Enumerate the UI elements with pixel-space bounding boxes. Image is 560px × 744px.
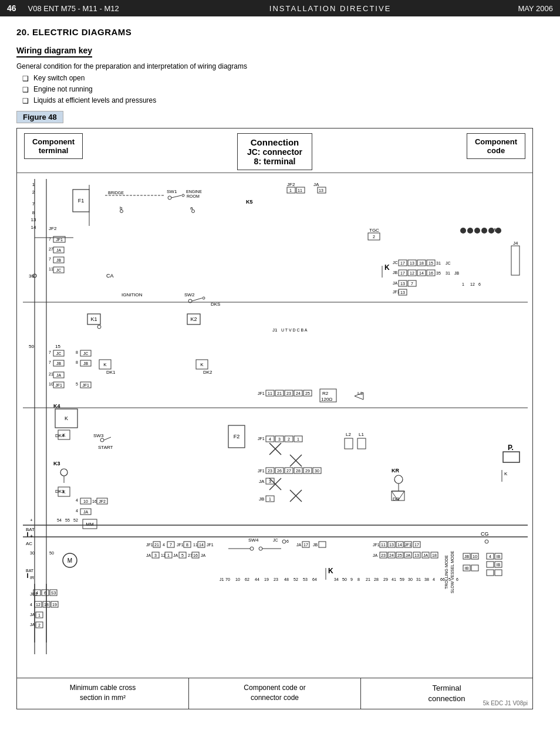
svg-text:8: 8 — [76, 360, 78, 364]
section-title: 20. ELECTRIC DIAGRAMS — [16, 27, 544, 37]
figure-label: Figure 48 — [16, 111, 63, 123]
svg-text:34: 34 — [334, 577, 339, 581]
svg-text:SW3: SW3 — [93, 433, 104, 438]
svg-text:JC: JC — [56, 351, 62, 356]
svg-text:14: 14 — [199, 543, 204, 547]
svg-text:JB: JB — [393, 270, 398, 275]
svg-text:2: 2 — [32, 190, 35, 195]
svg-text:19: 19 — [52, 603, 57, 607]
svg-text:BRIDGE: BRIDGE — [108, 191, 124, 195]
bullet-item-1: Key switch open — [22, 74, 544, 83]
svg-text:14: 14 — [31, 225, 36, 230]
legend-bottom-row: Minimum cable cross section in mm² Compo… — [17, 678, 532, 709]
svg-text:1: 1 — [38, 613, 41, 617]
svg-text:14: 14 — [397, 543, 402, 547]
svg-text:8: 8 — [357, 577, 360, 581]
doc-id: V08 ENT M75 - M11 - M12 — [28, 4, 119, 13]
svg-text:DK2: DK2 — [203, 370, 212, 375]
svg-text:JF1: JF1 — [56, 238, 63, 242]
diagram-svg-area: 1 2 7 8 13 14 JF2 F1 BRIDGE SW1 — [17, 173, 532, 678]
svg-text:K5: K5 — [246, 199, 253, 205]
svg-text:BAT: BAT — [26, 527, 35, 532]
svg-text:7: 7 — [170, 543, 172, 547]
legend-cell-component-code: Component code or connector code — [189, 678, 361, 709]
svg-text:12: 12 — [36, 603, 41, 607]
svg-text:JA: JA — [146, 553, 151, 557]
svg-text:1: 1 — [32, 182, 35, 187]
svg-text:120Ω: 120Ω — [321, 397, 332, 402]
svg-text:K: K — [200, 362, 204, 367]
svg-text:24: 24 — [389, 553, 394, 557]
legend-cell-cable-cross: Minimum cable cross section in mm² — [17, 678, 189, 709]
wiring-svg: 1 2 7 8 13 14 JF2 F1 BRIDGE SW1 — [17, 173, 533, 678]
connection-legend: Connection JC: connector 8: terminal — [237, 133, 312, 170]
svg-text:1: 1 — [462, 282, 464, 286]
svg-text:6: 6 — [456, 577, 458, 581]
svg-text:4: 4 — [163, 543, 165, 547]
svg-point-187 — [488, 228, 494, 234]
svg-text:IB: IB — [497, 554, 501, 559]
svg-text:31: 31 — [436, 261, 441, 265]
svg-text:SW2: SW2 — [184, 292, 195, 297]
page-number: 46 — [7, 4, 16, 13]
terminal-label: 8: terminal — [247, 157, 302, 166]
svg-text:MM: MM — [86, 522, 94, 527]
svg-text:JA: JA — [83, 510, 89, 514]
svg-text:38: 38 — [424, 577, 429, 581]
jc-connector-label: JC: connector — [247, 147, 302, 157]
svg-text:11: 11 — [381, 543, 386, 547]
svg-text:JF1: JF1 — [55, 383, 62, 387]
svg-text:41: 41 — [392, 577, 396, 581]
svg-text:13: 13 — [319, 188, 323, 192]
watermark: 5k EDC J1 V08pi — [483, 700, 528, 706]
svg-text:55: 55 — [65, 518, 70, 522]
svg-text:27: 27 — [49, 247, 53, 251]
svg-text:+: + — [30, 518, 33, 523]
svg-text:K: K — [65, 415, 68, 421]
svg-text:JC: JC — [83, 351, 89, 356]
svg-text:5: 5 — [448, 577, 451, 581]
svg-text:48: 48 — [284, 577, 289, 581]
svg-text:JB: JB — [83, 361, 89, 366]
svg-text:23: 23 — [381, 553, 386, 557]
svg-text:DR: DR — [393, 496, 400, 502]
svg-text:13: 13 — [31, 217, 36, 222]
svg-text:13: 13 — [389, 543, 394, 547]
svg-text:JA: JA — [373, 553, 378, 557]
svg-text:J4: J4 — [513, 241, 518, 246]
svg-text:START: START — [98, 445, 113, 450]
svg-text:70: 70 — [225, 577, 230, 581]
svg-rect-0 — [17, 173, 533, 678]
svg-text:K3: K3 — [53, 461, 60, 466]
svg-text:IB: IB — [465, 566, 469, 570]
svg-text:13: 13 — [410, 261, 414, 265]
svg-text:18: 18 — [432, 553, 437, 557]
svg-text:JF1: JF1 — [373, 543, 380, 547]
svg-text:L1: L1 — [359, 432, 364, 437]
svg-text:7: 7 — [32, 201, 35, 207]
svg-text:L3: L3 — [357, 391, 363, 396]
svg-text:4: 4 — [36, 591, 38, 595]
svg-text:25: 25 — [305, 391, 310, 395]
svg-text:L2: L2 — [346, 432, 351, 437]
bullet-list: Key switch open Engine not running Liqui… — [22, 74, 544, 105]
svg-text:ENGINE: ENGINE — [186, 190, 202, 194]
svg-text:K: K — [62, 489, 66, 495]
date: MAY 2006 — [518, 4, 553, 13]
svg-text:12: 12 — [410, 271, 414, 275]
svg-point-184 — [467, 228, 473, 234]
svg-text:30: 30 — [315, 469, 319, 473]
component-code-legend: Component code — [467, 133, 525, 159]
svg-text:2: 2 — [288, 437, 290, 441]
svg-text:10: 10 — [83, 499, 88, 503]
svg-text:IGNITION: IGNITION — [122, 292, 143, 297]
svg-text:44: 44 — [255, 577, 259, 581]
svg-text:JF2: JF2 — [287, 182, 295, 187]
svg-text:16: 16 — [92, 499, 97, 503]
svg-text:JC: JC — [273, 538, 278, 542]
svg-text:17: 17 — [400, 261, 405, 265]
header-bar: 46 V08 ENT M75 - M11 - M12 INSTALLATION … — [0, 0, 560, 16]
svg-text:50: 50 — [342, 577, 347, 581]
main-content: 20. ELECTRIC DIAGRAMS Wiring diagram key… — [0, 16, 560, 721]
bullet-item-3: Liquids at efficient levels and pressure… — [22, 96, 544, 105]
